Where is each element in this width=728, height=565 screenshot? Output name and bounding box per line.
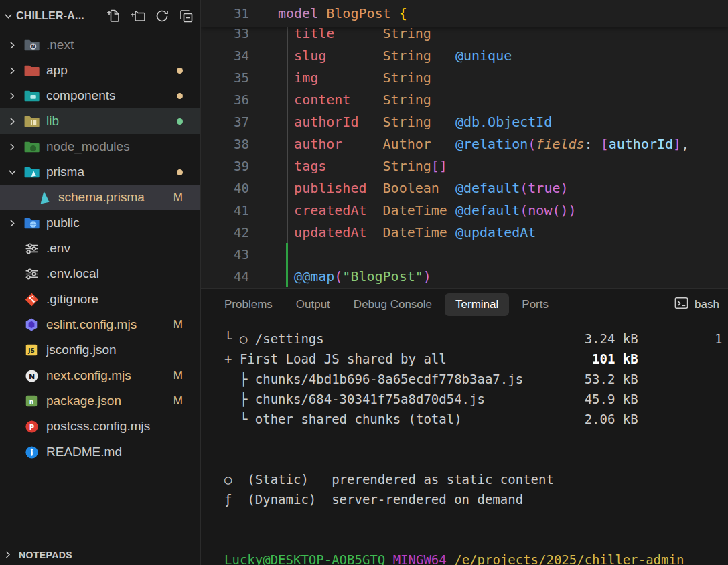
- code-text: slug String @unique: [278, 48, 512, 64]
- code-line-37[interactable]: 37 authorId String @db.ObjectId: [201, 110, 728, 133]
- chevron-right-icon: [7, 38, 20, 52]
- terminal-line: [224, 429, 728, 449]
- terminal-line: ○ (Static) prerendered as static content: [224, 469, 728, 489]
- explorer-section-header[interactable]: CHILLER-A...: [0, 0, 200, 32]
- code-text: createdAt DateTime @default(now()): [278, 202, 577, 218]
- code-line-43[interactable]: 43: [201, 243, 728, 265]
- item-label: postcss.config.mjs: [46, 419, 200, 434]
- line-number: 44: [201, 269, 249, 284]
- file-item-eslint.config.mjs[interactable]: eslint.config.mjsM: [0, 312, 200, 337]
- line-number: 31: [201, 6, 249, 21]
- code-text: title String: [278, 25, 431, 42]
- file-item-postcss.config.mjs[interactable]: Ppostcss.config.mjs: [0, 414, 200, 439]
- collapse-folders-icon[interactable]: [176, 6, 196, 26]
- chevron-down-icon: [3, 10, 15, 22]
- svg-text:N: N: [28, 372, 34, 380]
- panel-tab-problems[interactable]: Problems: [214, 293, 283, 316]
- line-number: 43: [201, 247, 249, 262]
- vscode-window: CHILLER-A...: [0, 0, 728, 565]
- folder-item-.next[interactable]: N.next: [0, 32, 200, 58]
- item-label: schema.prisma: [58, 190, 173, 205]
- code-editor[interactable]: 33 title String34 slug String @unique35 …: [201, 0, 728, 288]
- code-line-39[interactable]: 39 tags String[]: [201, 155, 728, 177]
- folder-item-public[interactable]: public: [0, 210, 200, 236]
- bottom-panel: ProblemsOutputDebug ConsoleTerminalPorts…: [201, 288, 728, 565]
- code-text: tags String[]: [278, 158, 447, 174]
- code-line-34[interactable]: 34 slug String @unique: [201, 44, 728, 66]
- panel-tab-debug-console[interactable]: Debug Console: [343, 293, 443, 316]
- js-icon: JS: [23, 341, 40, 359]
- chevron-right-icon: [7, 140, 20, 153]
- file-item-.env[interactable]: .env: [0, 236, 200, 261]
- file-item-README.md[interactable]: README.md: [0, 439, 200, 465]
- file-item-schema.prisma[interactable]: schema.prismaM: [0, 185, 200, 210]
- code-line-42[interactable]: 42 updatedAt DateTime @updatedAt: [201, 221, 728, 243]
- project-title: CHILLER-A...: [16, 10, 84, 22]
- git-changes-dot-badge: [177, 93, 183, 99]
- code-text: authorId String @db.ObjectId: [278, 114, 552, 130]
- code-line-36[interactable]: 36 content String: [201, 88, 728, 110]
- svg-text:N: N: [31, 43, 35, 49]
- git-icon: [23, 291, 40, 308]
- editor-and-panel: 33 title String34 slug String @unique35 …: [201, 0, 728, 565]
- code-line-40[interactable]: 40 published Boolean @default(true): [201, 177, 728, 199]
- panel-tab-output[interactable]: Output: [285, 293, 341, 316]
- file-item-.env.local[interactable]: .env.local: [0, 261, 200, 287]
- indent-spacer: [7, 420, 20, 433]
- folder-item-node_modules[interactable]: node_modules: [0, 134, 200, 159]
- settings-icon: [23, 240, 40, 257]
- terminal-output[interactable]: └ ○ /settings 3.24 kB 1+ First Load JS s…: [224, 321, 728, 565]
- git-added-bar: [286, 243, 288, 287]
- terminal-line: [224, 509, 728, 530]
- explorer-sidebar: CHILLER-A...: [0, 0, 201, 565]
- code-line-35[interactable]: 35 img String: [201, 66, 728, 88]
- git-modified-badge: M: [173, 318, 183, 331]
- explorer-toolbar: [100, 6, 196, 26]
- terminal-line: ├ chunks/4bd1b696-8a65ecdf778b3aa7.js 53…: [224, 369, 728, 389]
- indent-spacer: [7, 293, 20, 306]
- item-label: .env.local: [46, 266, 200, 281]
- terminal-line: + First Load JS shared by all 101 kB: [224, 349, 728, 369]
- file-item-.gitignore[interactable]: .gitignore: [0, 287, 200, 312]
- folder-item-lib[interactable]: lib: [0, 108, 200, 134]
- folder-node-icon: [23, 138, 40, 155]
- line-number: 39: [201, 159, 249, 173]
- folder-item-components[interactable]: components: [0, 83, 200, 108]
- indent-spacer: [7, 267, 20, 280]
- shell-label: bash: [695, 298, 719, 311]
- indent-spacer: [7, 318, 20, 331]
- sticky-code-text: model BlogPost {: [278, 5, 407, 21]
- item-label: public: [46, 216, 200, 230]
- panel-tab-ports[interactable]: Ports: [511, 293, 559, 316]
- code-line-38[interactable]: 38 author Author @relation(fields: [auth…: [201, 133, 728, 155]
- svg-text:JS: JS: [27, 347, 35, 354]
- new-file-icon[interactable]: [104, 6, 124, 26]
- file-item-package.json[interactable]: npackage.jsonM: [0, 388, 200, 414]
- terminal-shell-indicator[interactable]: bash: [674, 289, 719, 321]
- indent-spacer: [7, 343, 20, 357]
- git-changes-dot-badge: [177, 68, 183, 74]
- sticky-scroll-line[interactable]: 31model BlogPost {: [201, 0, 728, 27]
- item-label: .next: [46, 37, 200, 52]
- folder-item-app[interactable]: app: [0, 58, 200, 83]
- svg-text:n: n: [29, 398, 34, 405]
- refresh-icon[interactable]: [152, 6, 172, 26]
- panel-tab-terminal[interactable]: Terminal: [445, 293, 509, 316]
- new-folder-icon[interactable]: [128, 6, 148, 26]
- file-item-jsconfig.json[interactable]: JSjsconfig.json: [0, 337, 200, 363]
- item-label: jsconfig.json: [46, 343, 200, 357]
- terminal-line: [224, 530, 728, 550]
- code-line-44[interactable]: 44 @@map("BlogPost"): [201, 265, 728, 287]
- eslint-icon: [23, 316, 40, 333]
- terminal-line: └ ○ /settings 3.24 kB 1: [224, 329, 728, 349]
- notepads-section-header[interactable]: NOTEPADS: [0, 544, 200, 565]
- code-line-41[interactable]: 41 createdAt DateTime @default(now()): [201, 199, 728, 221]
- folder-item-prisma[interactable]: prisma: [0, 159, 200, 185]
- panel-tab-bar: ProblemsOutputDebug ConsoleTerminalPorts: [201, 289, 728, 321]
- indent-spacer: [7, 445, 20, 459]
- code-text: @@map("BlogPost"): [278, 268, 431, 285]
- file-item-next.config.mjs[interactable]: Nnext.config.mjsM: [0, 363, 200, 388]
- line-number: 40: [201, 181, 249, 195]
- terminal-line: [224, 449, 728, 469]
- terminal-line: └ other shared chunks (total) 2.06 kB: [224, 409, 728, 429]
